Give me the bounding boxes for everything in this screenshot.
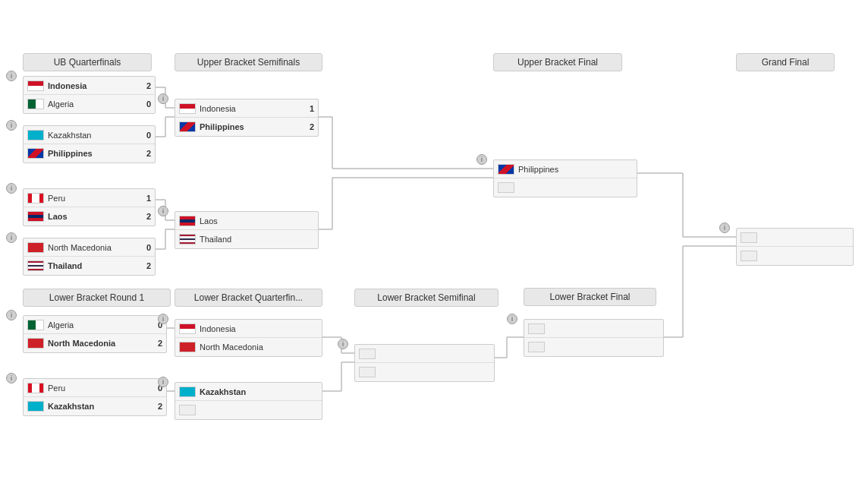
flag-philippines-ubs1 [179, 122, 196, 132]
flag-kaz-lbq2 [179, 387, 196, 397]
match-lbr1-team1: Algeria 0 [24, 316, 166, 334]
match-ubq1-team1: Indonesia 2 [24, 77, 155, 95]
info-button-lbr1[interactable]: i [6, 310, 17, 320]
header-ub-semifinals: Upper Bracket Semifinals [175, 53, 322, 71]
match-lbr2-team2: Kazakhstan 2 [24, 397, 166, 415]
match-ubq1-team2: Algeria 0 [24, 95, 155, 113]
match-ubq2-team2: Philippines 2 [24, 144, 155, 163]
flag-laos [27, 211, 44, 222]
match-lbs1-team2 [355, 363, 494, 381]
flag-laos-ubs2 [179, 216, 196, 226]
flag-empty-lbs2 [359, 367, 376, 377]
match-ubq4-team1: North Macedonia 0 [24, 238, 155, 257]
match-lbq1-team1: Indonesia [175, 320, 322, 338]
info-button-lbf1[interactable]: i [507, 314, 517, 324]
header-lb-round1: Lower Bracket Round 1 [23, 289, 171, 307]
info-button-lbr2[interactable]: i [6, 373, 17, 383]
match-ubf1-team1: Philippines [494, 160, 637, 178]
flag-nm-lbq1 [179, 342, 196, 352]
info-button-ubq2[interactable]: i [6, 120, 17, 131]
flag-empty-ubf [498, 182, 514, 193]
flag-empty-gf2 [741, 251, 757, 261]
match-ubs1-team1: Indonesia 1 [175, 99, 318, 118]
flag-empty-lbq2 [179, 405, 196, 415]
match-lbr2-team1: Peru 0 [24, 379, 166, 397]
flag-algeria [27, 99, 44, 109]
header-ub-quarterfinals: UB Quarterfinals [23, 53, 152, 71]
header-lb-semifinal: Lower Bracket Semifinal [354, 289, 498, 307]
info-button-ubq4[interactable]: i [6, 232, 17, 243]
flag-kaz-lbr2 [27, 401, 44, 412]
match-ubq4-team2: Thailand 2 [24, 257, 155, 275]
match-ubq3-team1: Peru 1 [24, 189, 155, 207]
header-lb-final: Lower Bracket Final [524, 288, 656, 306]
match-ubf1-team2 [494, 178, 637, 197]
flag-peru [27, 193, 44, 204]
flag-indo-lbq1 [179, 323, 196, 334]
bracket-container: UB Quarterfinals Upper Bracket Semifinal… [0, 0, 868, 486]
match-lbq2-team1: Kazakhstan [175, 383, 322, 401]
match-lbf1-team2 [524, 338, 663, 356]
flag-philippines-ubf [498, 164, 514, 175]
flag-empty-gf1 [741, 232, 757, 243]
match-ubs2-team1: Laos [175, 212, 318, 230]
match-ubs2-team2: Thailand [175, 230, 318, 248]
flag-north-macedonia [27, 242, 44, 253]
header-upper-bracket-final: Upper Bracket Final [493, 53, 622, 71]
match-ubq2-team1: Kazakhstan 0 [24, 126, 155, 144]
match-lbs1-team1 [355, 345, 494, 363]
header-lb-quarterfinals: Lower Bracket Quarterfin... [175, 289, 322, 307]
match-gf1-team2 [737, 247, 853, 265]
match-lbq1-team2: North Macedonia [175, 338, 322, 356]
flag-empty-lbf1 [528, 323, 545, 334]
flag-empty-lbf2 [528, 342, 545, 352]
match-ubq3-team2: Laos 2 [24, 207, 155, 226]
flag-nm-lbr1 [27, 338, 44, 349]
flag-thailand-ubs2 [179, 234, 196, 245]
info-button-ubs2[interactable]: i [158, 206, 168, 216]
flag-indonesia-ubs1 [179, 103, 196, 114]
info-button-gf1[interactable]: i [719, 222, 730, 233]
flag-peru-lbr2 [27, 383, 44, 393]
flag-empty-lbs1 [359, 349, 376, 359]
info-button-lbq2[interactable]: i [158, 377, 168, 387]
info-button-lbq1[interactable]: i [158, 314, 168, 324]
info-button-ubq1[interactable]: i [6, 71, 17, 81]
match-lbr1-team2: North Macedonia 2 [24, 334, 166, 352]
match-lbq2-team2 [175, 401, 322, 419]
flag-thailand [27, 260, 44, 271]
match-ubs1-team2: Philippines 2 [175, 118, 318, 136]
info-button-ubs1[interactable]: i [158, 93, 168, 104]
flag-indonesia [27, 80, 44, 91]
flag-philippines [27, 148, 44, 159]
match-gf1-team1 [737, 229, 853, 247]
info-button-ubq3[interactable]: i [6, 183, 17, 194]
info-button-lbs1[interactable]: i [338, 339, 348, 349]
info-button-ubf1[interactable]: i [476, 154, 487, 165]
flag-algeria-lbr1 [27, 320, 44, 330]
header-grand-final: Grand Final [736, 53, 835, 71]
flag-kazakhstan [27, 130, 44, 140]
match-lbf1-team1 [524, 320, 663, 338]
